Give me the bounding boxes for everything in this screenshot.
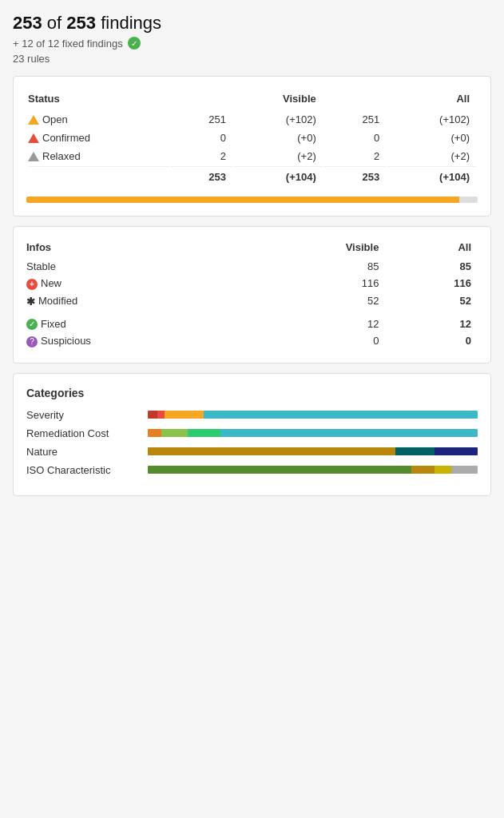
- status-table: Status Visible All Open 251 (+102) 251 (…: [26, 89, 478, 187]
- findings-total: 253: [66, 13, 96, 33]
- bar-segment: [395, 447, 435, 455]
- status-visible-delta: (+2): [234, 148, 323, 165]
- category-label: Severity: [26, 409, 138, 421]
- infos-name: ✱Modified: [26, 292, 244, 310]
- status-all-delta: (+0): [387, 129, 476, 146]
- bar-segment: [157, 411, 164, 419]
- status-total-label: [28, 166, 169, 185]
- status-row: Relaxed 2 (+2) 2 (+2): [28, 148, 476, 165]
- categories-title: Categories: [26, 387, 478, 399]
- status-name: Confirmed: [28, 129, 169, 146]
- progress-bar-fill: [26, 197, 459, 203]
- visible-col-header: Visible: [171, 91, 323, 109]
- infos-row: ✓Fixed 12 12: [26, 310, 478, 333]
- status-name: Open: [28, 111, 169, 128]
- status-visible-delta: (+102): [234, 111, 323, 128]
- infos-all-header: All: [385, 240, 478, 258]
- infos-visible: 0: [244, 332, 386, 350]
- status-total-all-delta: (+104): [387, 166, 476, 185]
- category-label: Remediation Cost: [26, 427, 138, 439]
- status-all-delta: (+102): [387, 111, 476, 128]
- bar-segment: [188, 429, 220, 437]
- status-total-row: 253 (+104) 253 (+104): [28, 166, 476, 185]
- infos-visible: 12: [244, 310, 386, 333]
- infos-all: 12: [385, 310, 478, 333]
- infos-all: 52: [385, 292, 478, 310]
- infos-name: +New: [26, 275, 244, 292]
- bar-segment: [165, 411, 204, 419]
- infos-visible: 52: [244, 292, 386, 310]
- infos-name: ?Suspicious: [26, 332, 244, 350]
- bar-segment: [161, 429, 188, 437]
- infos-row: ✱Modified 52 52: [26, 292, 478, 310]
- status-card: Status Visible All Open 251 (+102) 251 (…: [13, 76, 491, 216]
- infos-card: Infos Visible All Stable 85 85 +New 116 …: [13, 226, 491, 363]
- status-visible: 0: [171, 129, 232, 146]
- category-bar: [148, 429, 478, 437]
- status-row: Open 251 (+102) 251 (+102): [28, 111, 476, 128]
- infos-table: Infos Visible All Stable 85 85 +New 116 …: [26, 240, 478, 350]
- modified-icon: ✱: [26, 296, 35, 308]
- infos-row: +New 116 116: [26, 275, 478, 292]
- infos-visible-header: Visible: [244, 240, 386, 258]
- status-all: 2: [324, 148, 386, 165]
- bar-segment: [148, 447, 395, 455]
- category-row: ISO Characteristic: [26, 464, 478, 476]
- infos-row: ?Suspicious 0 0: [26, 332, 478, 350]
- bar-segment: [148, 466, 411, 474]
- bar-segment: [220, 429, 478, 437]
- progress-bar: [26, 197, 478, 203]
- findings-title: 253 of 253 findings: [13, 13, 491, 34]
- status-visible: 251: [171, 111, 232, 128]
- category-row: Remediation Cost: [26, 427, 478, 439]
- infos-visible: 116: [244, 275, 386, 292]
- relaxed-icon: [28, 152, 39, 161]
- status-col-header: Status: [28, 91, 169, 109]
- fixed-findings-line: + 12 of 12 fixed findings ✓: [13, 37, 491, 50]
- suspicious-icon: ?: [26, 336, 38, 347]
- status-all-delta: (+2): [387, 148, 476, 165]
- page-header: 253 of 253 findings + 12 of 12 fixed fin…: [13, 13, 491, 65]
- category-row: Nature: [26, 446, 478, 458]
- category-bar: [148, 447, 478, 455]
- category-bar: [148, 466, 478, 474]
- category-label: Nature: [26, 446, 138, 458]
- infos-row: Stable 85 85: [26, 258, 478, 275]
- status-total-visible-delta: (+104): [234, 166, 323, 185]
- category-row: Severity: [26, 409, 478, 421]
- fixed-icon: ✓: [26, 319, 38, 330]
- findings-label: findings: [101, 13, 161, 33]
- categories-rows: SeverityRemediation CostNatureISO Charac…: [26, 409, 478, 476]
- category-bar: [148, 411, 478, 419]
- rules-count: 23 rules: [13, 53, 491, 65]
- findings-count: 253: [13, 13, 42, 33]
- infos-visible: 85: [244, 258, 386, 275]
- infos-name: Stable: [26, 258, 244, 275]
- status-total-visible: 253: [171, 166, 232, 185]
- confirmed-icon: [28, 133, 39, 143]
- status-visible-delta: (+0): [234, 129, 323, 146]
- new-icon: +: [26, 279, 38, 290]
- status-visible: 2: [171, 148, 232, 165]
- infos-col-header: Infos: [26, 240, 244, 258]
- check-icon: ✓: [128, 37, 141, 50]
- status-row: Confirmed 0 (+0) 0 (+0): [28, 129, 476, 146]
- infos-all: 85: [385, 258, 478, 275]
- infos-name: ✓Fixed: [26, 310, 244, 333]
- status-all: 0: [324, 129, 386, 146]
- open-icon: [28, 115, 39, 125]
- bar-segment: [411, 466, 435, 474]
- infos-all: 116: [385, 275, 478, 292]
- status-all: 251: [324, 111, 386, 128]
- status-name: Relaxed: [28, 148, 169, 165]
- bar-segment: [435, 447, 478, 455]
- category-label: ISO Characteristic: [26, 464, 138, 476]
- status-total-all: 253: [324, 166, 386, 185]
- bar-segment: [148, 411, 157, 419]
- bar-segment: [451, 466, 478, 474]
- categories-card: Categories SeverityRemediation CostNatur…: [13, 373, 491, 496]
- fixed-findings-text: + 12 of 12 fixed findings: [13, 38, 123, 50]
- bar-segment: [435, 466, 451, 474]
- infos-all: 0: [385, 332, 478, 350]
- all-col-header: All: [324, 91, 476, 109]
